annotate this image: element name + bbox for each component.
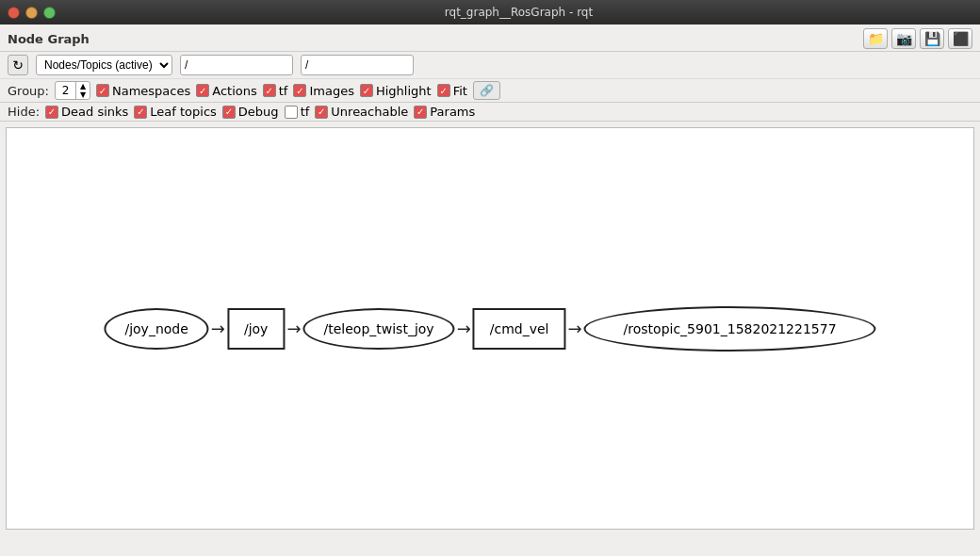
tf2-checkbox-item[interactable]: tf	[285, 105, 310, 119]
debug-checkbox-item[interactable]: ✓ Debug	[222, 105, 279, 119]
window-title: rqt_graph__RosGraph - rqt	[65, 6, 972, 19]
screenshot-icon[interactable]: 📷	[891, 28, 916, 49]
toolbar-row-2: Group: 2 ▲ ▼ ✓ Namespaces ✓ Actions ✓ tf…	[0, 79, 980, 103]
tf2-label: tf	[301, 105, 310, 119]
params-checkbox-item[interactable]: ✓ Params	[414, 105, 475, 119]
leaf-topics-checkbox[interactable]: ✓	[134, 106, 147, 119]
node-teleop[interactable]: /teleop_twist_joy	[303, 308, 455, 350]
group-label: Group:	[8, 84, 49, 98]
toolbar-row-3: Hide: ✓ Dead sinks ✓ Leaf topics ✓ Debug…	[0, 103, 980, 122]
highlight-checkbox[interactable]: ✓	[360, 84, 373, 97]
plugin-header-icons: 📁 📷 💾 ⬛	[863, 28, 972, 49]
actions-checkbox[interactable]: ✓	[196, 84, 209, 97]
fit-checkbox-item[interactable]: ✓ Fit	[437, 84, 467, 98]
leaf-topics-checkbox-item[interactable]: ✓ Leaf topics	[134, 105, 217, 119]
node-joy-node[interactable]: /joy_node	[104, 308, 208, 350]
fit-label: Fit	[453, 84, 467, 98]
node-teleop-label: /teleop_twist_joy	[324, 321, 434, 336]
toolbar-row-1: ↻ Nodes/Topics (active) Nodes only Topic…	[0, 52, 980, 79]
save-icon[interactable]: 💾	[920, 28, 944, 49]
plugin-header: Node Graph 📁 📷 💾 ⬛	[0, 25, 980, 52]
actions-checkbox-item[interactable]: ✓ Actions	[196, 84, 257, 98]
refresh-button[interactable]: ↻	[8, 55, 28, 75]
node-rostopic[interactable]: /rostopic_5901_1582021221577	[584, 306, 876, 352]
namespaces-checkbox[interactable]: ✓	[96, 84, 109, 97]
images-checkbox-item[interactable]: ✓ Images	[293, 84, 354, 98]
link-button[interactable]: 🔗	[473, 81, 500, 100]
fit-checkbox[interactable]: ✓	[437, 84, 450, 97]
node-joy[interactable]: /joy	[227, 308, 285, 350]
hide-label: Hide:	[8, 105, 40, 119]
open-icon[interactable]: 📁	[863, 28, 888, 49]
spin-down[interactable]: ▼	[76, 90, 90, 99]
node-joy-node-label: /joy_node	[124, 321, 188, 336]
node-rostopic-label: /rostopic_5901_1582021221577	[624, 321, 837, 336]
graph-canvas: /joy_node → /joy → /teleop_twist_joy → /…	[6, 127, 974, 530]
node-joy-label: /joy	[244, 321, 268, 336]
view-mode-dropdown[interactable]: Nodes/Topics (active) Nodes only Topics …	[36, 55, 172, 75]
group-arrows[interactable]: ▲ ▼	[76, 82, 90, 99]
maximize-button[interactable]	[43, 7, 56, 19]
params-label: Params	[430, 105, 475, 119]
tf-checkbox[interactable]: ✓	[263, 84, 276, 97]
namespaces-label: Namespaces	[112, 84, 190, 98]
plugin-title: Node Graph	[8, 32, 90, 46]
params-checkbox[interactable]: ✓	[414, 106, 427, 119]
debug-checkbox[interactable]: ✓	[222, 106, 236, 119]
debug-label: Debug	[238, 105, 279, 119]
leaf-topics-label: Leaf topics	[150, 105, 217, 119]
minimize-button[interactable]	[25, 7, 38, 19]
namespaces-checkbox-item[interactable]: ✓ Namespaces	[96, 84, 190, 98]
close-button[interactable]	[8, 7, 20, 19]
tf-checkbox-item[interactable]: ✓ tf	[263, 84, 288, 98]
unreachable-label: Unreachable	[331, 105, 408, 119]
filter-input-2[interactable]	[301, 55, 414, 75]
node-cmd-vel[interactable]: /cmd_vel	[473, 308, 566, 350]
dead-sinks-checkbox[interactable]: ✓	[45, 106, 58, 119]
tf2-checkbox[interactable]	[285, 106, 298, 119]
graph-container: /joy_node → /joy → /teleop_twist_joy → /…	[104, 306, 875, 352]
tf-label: tf	[279, 84, 288, 98]
filter-input-1[interactable]	[180, 55, 293, 75]
images-label: Images	[309, 84, 354, 98]
arrow-2: →	[286, 319, 301, 338]
spin-up[interactable]: ▲	[76, 82, 90, 90]
node-cmd-vel-label: /cmd_vel	[490, 321, 549, 336]
actions-label: Actions	[212, 84, 257, 98]
dead-sinks-label: Dead sinks	[61, 105, 128, 119]
highlight-checkbox-item[interactable]: ✓ Highlight	[360, 84, 432, 98]
title-bar: rqt_graph__RosGraph - rqt	[0, 0, 980, 25]
unreachable-checkbox-item[interactable]: ✓ Unreachable	[315, 105, 408, 119]
dead-sinks-checkbox-item[interactable]: ✓ Dead sinks	[45, 105, 128, 119]
arrow-3: →	[457, 319, 471, 338]
group-spinner[interactable]: 2 ▲ ▼	[55, 81, 90, 100]
group-value: 2	[56, 82, 76, 99]
arrow-4: →	[567, 319, 581, 338]
unreachable-checkbox[interactable]: ✓	[315, 106, 328, 119]
arrow-1: →	[211, 319, 225, 338]
images-checkbox[interactable]: ✓	[293, 84, 306, 97]
window-controls[interactable]	[8, 7, 56, 19]
highlight-label: Highlight	[376, 84, 432, 98]
close-plugin-icon[interactable]: ⬛	[948, 28, 972, 49]
